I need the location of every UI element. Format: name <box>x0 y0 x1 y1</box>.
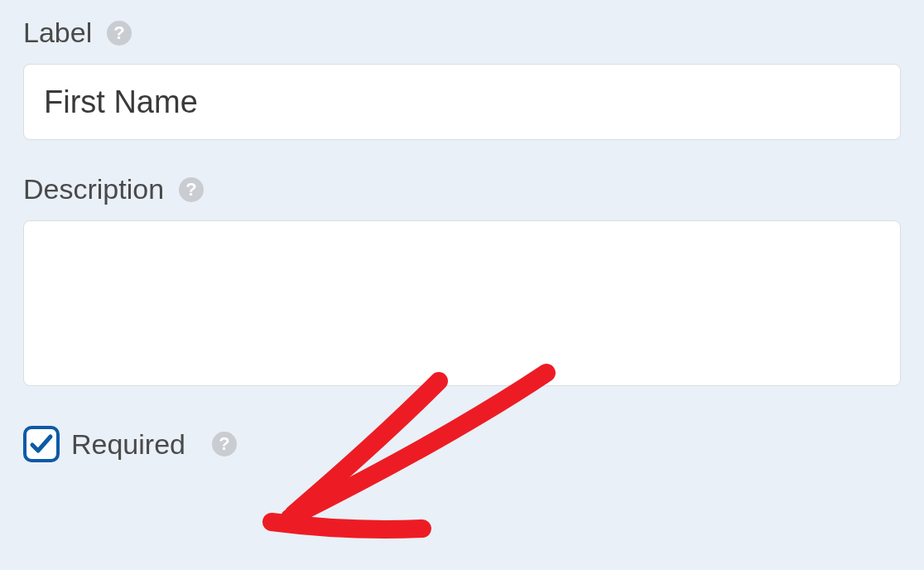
help-icon[interactable]: ? <box>212 432 237 456</box>
description-caption: Description <box>23 173 164 205</box>
description-field-group: Description ? <box>23 173 901 389</box>
label-row: Label ? <box>23 17 901 49</box>
description-input[interactable] <box>23 220 901 386</box>
svg-text:?: ? <box>219 433 229 454</box>
label-input[interactable] <box>23 64 901 140</box>
help-icon[interactable]: ? <box>107 21 132 46</box>
svg-text:?: ? <box>113 22 124 43</box>
help-icon[interactable]: ? <box>179 177 204 202</box>
svg-text:?: ? <box>185 179 196 200</box>
required-checkbox[interactable] <box>23 426 60 462</box>
required-caption: Required <box>71 428 185 461</box>
required-row: Required ? <box>23 426 901 462</box>
description-row: Description ? <box>23 173 901 205</box>
label-field-group: Label ? <box>23 17 901 140</box>
label-caption: Label <box>23 17 92 49</box>
